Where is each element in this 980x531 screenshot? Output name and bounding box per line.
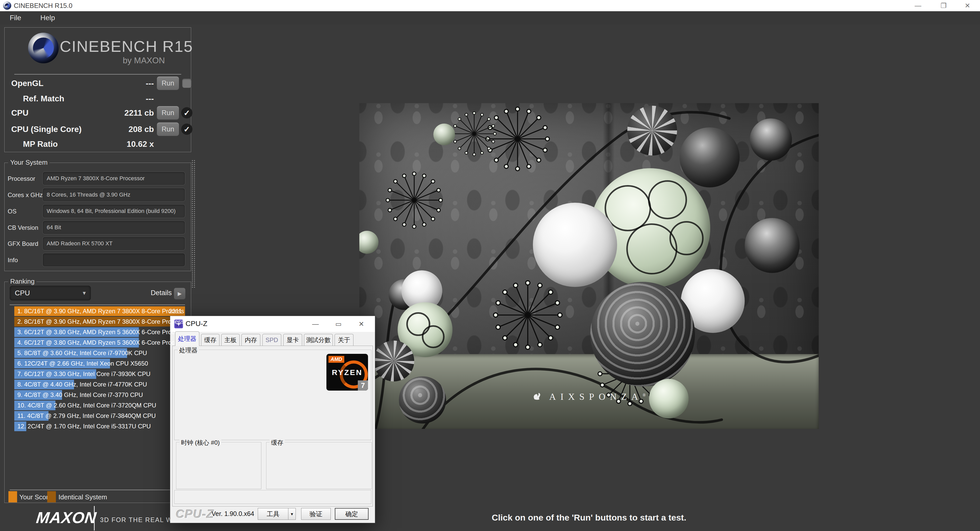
- tools-button[interactable]: 工具: [258, 508, 288, 520]
- minimize-icon: —: [915, 2, 921, 10]
- tab-mainboard[interactable]: 主板: [221, 334, 240, 346]
- ranking-filter-dropdown[interactable]: CPU ▼: [10, 285, 91, 300]
- cpuz-window: CPU-Z — ▭ ✕ 处理器 缓存 主板 内存 SPD 显卡 測試分數 关于 …: [170, 316, 375, 523]
- rank-label: 6. 12C/24T @ 2.66 GHz, Intel Xeon CPU X5…: [18, 360, 148, 367]
- restore-icon: ❐: [940, 2, 946, 10]
- cpuz-maximize-button[interactable]: ▭: [333, 319, 344, 329]
- close-button[interactable]: ✕: [959, 0, 977, 11]
- validate-label: 验证: [310, 510, 322, 518]
- ryzen-model-number: 7: [358, 380, 368, 391]
- scores-panel: CINEBENCH R15 by MAXON OpenGL --- Run Re…: [4, 27, 191, 152]
- render-sphere: [590, 282, 695, 386]
- render-sphere: [433, 124, 455, 145]
- cpuz-window-title: CPU-Z: [186, 320, 207, 328]
- maxon-logo: MAXON: [35, 509, 97, 527]
- panel-resize-grip[interactable]: [191, 159, 196, 289]
- system-row-label: CB Version: [8, 224, 38, 231]
- ranking-row[interactable]: 7. 6C/12T @ 3.30 GHz, Intel Core i7-3930…: [14, 369, 185, 379]
- dandelion-decoration: [492, 279, 563, 351]
- refmatch-value: ---: [97, 94, 154, 104]
- ranking-row[interactable]: 9. 4C/8T @ 3.40 GHz, Intel Core i7-3770 …: [14, 390, 185, 400]
- cpu-single-check-icon: ✓: [181, 124, 192, 135]
- check-glyph: ✓: [183, 125, 190, 134]
- ranking-row[interactable]: 5. 8C/8T @ 3.60 GHz, Intel Core i7-9700K…: [14, 348, 185, 358]
- watermark-reg: ®: [643, 393, 646, 397]
- ranking-row[interactable]: 2. 8C/16T @ 3.90 GHz, AMD Ryzen 7 3800X …: [14, 317, 185, 327]
- opengl-label: OpenGL: [11, 79, 43, 88]
- details-button[interactable]: ▶: [174, 288, 186, 300]
- screen: { "window": { "title": "CINEBENCH R15.0"…: [0, 0, 980, 531]
- window-title: CINEBENCH R15.0: [14, 2, 73, 10]
- render-preview-image: AIXSPONZA®: [360, 103, 819, 429]
- tab-bench[interactable]: 測試分數: [304, 334, 333, 346]
- divider: [10, 305, 185, 305]
- cinebench-titlebar[interactable]: CINEBENCH R15.0 — ❐ ✕: [0, 0, 980, 11]
- cpuz-titlebar[interactable]: CPU-Z — ▭ ✕: [170, 316, 375, 332]
- ryzen-logo-text: RYZEN: [326, 368, 368, 377]
- validate-button[interactable]: 验证: [301, 508, 331, 520]
- amd-logo: AMD: [328, 356, 344, 363]
- check-glyph: ✓: [183, 108, 190, 118]
- cpu-run-button[interactable]: Run: [157, 106, 179, 120]
- ranking-row[interactable]: 1. 8C/16T @ 3.90 GHz, AMD Ryzen 7 3800X …: [14, 306, 185, 316]
- ranking-row[interactable]: 3. 6C/12T @ 3.80 GHz, AMD Ryzen 5 3600X …: [14, 327, 185, 337]
- opengl-checkbox[interactable]: [182, 79, 191, 88]
- chevron-down-icon: ▼: [290, 512, 294, 516]
- cpuz-version: Ver. 1.90.0.x64: [212, 510, 254, 517]
- rank-label: 12. 2C/4T @ 1.70 GHz, Intel Core i5-3317…: [18, 423, 151, 430]
- cinebench-logo-icon: [28, 33, 59, 63]
- tools-dropdown-button[interactable]: ▼: [288, 508, 296, 520]
- cpuz-minimize-button[interactable]: —: [310, 319, 321, 329]
- cpu-single-value: 208 cb: [97, 124, 154, 134]
- tools-label: 工具: [267, 510, 280, 518]
- tab-cache[interactable]: 缓存: [201, 334, 220, 346]
- divider: [14, 74, 181, 75]
- divider: [94, 506, 95, 531]
- restore-button[interactable]: ❐: [935, 0, 953, 11]
- system-row-value: 64 Bit: [42, 220, 185, 234]
- cpu-single-run-button[interactable]: Run: [157, 122, 179, 136]
- ranking-row[interactable]: 6. 12C/24T @ 2.66 GHz, Intel Xeon CPU X5…: [14, 359, 185, 368]
- maximize-icon: ▭: [335, 320, 342, 328]
- menubar: File Help: [0, 11, 980, 24]
- divider: [10, 490, 185, 490]
- rank-label: 11. 4C/8T @ 2.79 GHz, Intel Core i7-3840…: [18, 412, 156, 419]
- render-sphere: [627, 106, 677, 155]
- cinebench-logo-subtitle: by MAXON: [114, 56, 165, 65]
- dandelion-decoration: [451, 111, 497, 157]
- processor-group-label: 处理器: [178, 346, 199, 354]
- system-row-value: Windows 8, 64 Bit, Professional Edition …: [42, 204, 185, 218]
- cinebench-logo-title: CINEBENCH R15: [60, 37, 193, 56]
- cpuz-close-button[interactable]: ✕: [356, 319, 367, 329]
- cpu-check-icon: ✓: [181, 107, 192, 118]
- cinebench-app-icon: [3, 2, 11, 10]
- rank-label: 9. 4C/8T @ 3.40 GHz, Intel Core i7-3770 …: [18, 391, 143, 399]
- opengl-run-button[interactable]: Run: [157, 77, 179, 90]
- ok-button[interactable]: 确定: [335, 508, 369, 520]
- caret-right-icon: ▶: [178, 290, 181, 297]
- system-row-value: AMD Radeon RX 5700 XT: [42, 237, 185, 250]
- rank-label: 4. 6C/12T @ 3.80 GHz, AMD Ryzen 5 3600X …: [18, 339, 184, 346]
- ranking-row[interactable]: 10. 4C/8T @ 2.60 GHz, Intel Core i7-3720…: [14, 400, 185, 410]
- ranking-row[interactable]: 4. 6C/12T @ 3.80 GHz, AMD Ryzen 5 3600X …: [14, 338, 185, 348]
- close-icon: ✕: [965, 2, 970, 10]
- ranking-row[interactable]: 11. 4C/8T @ 2.79 GHz, Intel Core i7-3840…: [14, 411, 185, 421]
- system-row-label: OS: [8, 208, 17, 215]
- minimize-button[interactable]: —: [909, 0, 927, 11]
- render-sphere: [745, 218, 800, 273]
- rank-label: 3. 6C/12T @ 3.80 GHz, AMD Ryzen 5 3600X …: [18, 328, 184, 336]
- tab-memory[interactable]: 内存: [242, 334, 260, 346]
- menu-help[interactable]: Help: [40, 14, 55, 22]
- cpu-single-label: CPU (Single Core): [11, 124, 82, 134]
- render-sphere: [533, 203, 617, 287]
- tab-about[interactable]: 关于: [334, 334, 353, 346]
- tab-processor[interactable]: 处理器: [175, 332, 199, 346]
- legend-identical-system-label: Identical System: [59, 493, 107, 501]
- render-sphere: [750, 118, 792, 161]
- tab-spd[interactable]: SPD: [262, 334, 281, 346]
- tab-graphics[interactable]: 显卡: [283, 334, 302, 346]
- minimize-icon: —: [312, 320, 319, 328]
- ranking-row[interactable]: 8. 4C/8T @ 4.40 GHz, Intel Core i7-4770K…: [14, 380, 185, 389]
- menu-file[interactable]: File: [10, 14, 21, 22]
- ranking-row[interactable]: 12. 2C/4T @ 1.70 GHz, Intel Core i5-3317…: [14, 421, 185, 431]
